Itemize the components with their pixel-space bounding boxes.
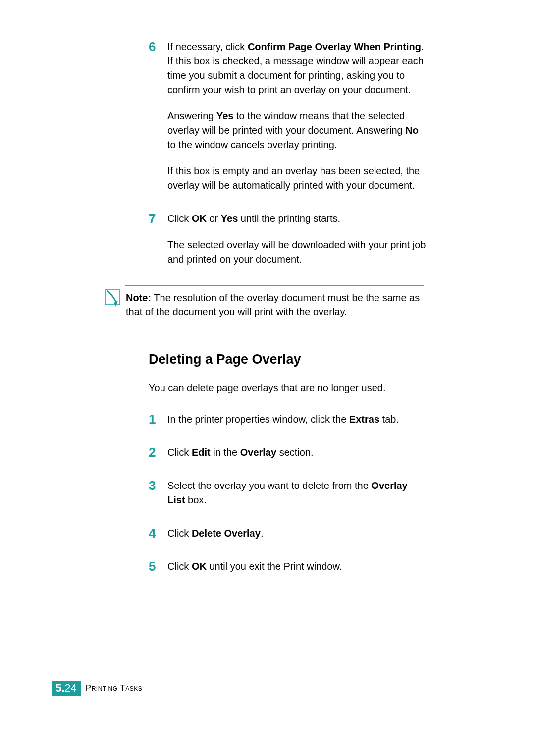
page-footer: 5.24 Printing Tasks: [52, 681, 142, 696]
note-icon: [102, 287, 126, 311]
step-number: 2: [149, 445, 163, 460]
step-number: 4: [149, 526, 163, 540]
step-body: Click Delete Overlay.: [167, 526, 426, 540]
step-number: 6: [149, 40, 163, 54]
numbered-step: 1In the printer properties window, click…: [149, 412, 426, 427]
note-body: The resolution of the overlay document m…: [126, 292, 420, 317]
paragraph: Answering Yes to the window means that t…: [167, 109, 426, 152]
step-number: 3: [149, 479, 163, 493]
step-number: 5: [149, 559, 163, 574]
note-text: Note: The resolution of the overlay docu…: [126, 291, 424, 319]
paragraph: Click OK until you exit the Print window…: [167, 559, 426, 574]
step-body: Select the overlay you want to delete fr…: [167, 479, 426, 507]
page-number-badge: 5.24: [52, 681, 81, 696]
numbered-step: 5Click OK until you exit the Print windo…: [149, 559, 426, 574]
paragraph: If necessary, click Confirm Page Overlay…: [167, 40, 426, 97]
page: 6If necessary, click Confirm Page Overla…: [0, 0, 535, 756]
section-intro: You can delete page overlays that are no…: [149, 381, 426, 395]
step-body: In the printer properties window, click …: [167, 412, 426, 427]
footer-title: Printing Tasks: [86, 683, 143, 693]
numbered-step: 6If necessary, click Confirm Page Overla…: [149, 40, 426, 193]
content-column: 6If necessary, click Confirm Page Overla…: [149, 40, 426, 574]
numbered-step: 4Click Delete Overlay.: [149, 526, 426, 540]
numbered-step: 2Click Edit in the Overlay section.: [149, 445, 426, 460]
step-body: If necessary, click Confirm Page Overlay…: [167, 40, 426, 193]
paragraph: Click Edit in the Overlay section.: [167, 445, 426, 460]
step-body: Click Edit in the Overlay section.: [167, 445, 426, 460]
step-body: Click OK until you exit the Print window…: [167, 559, 426, 574]
paragraph: Select the overlay you want to delete fr…: [167, 479, 426, 507]
step-number: 7: [149, 212, 163, 226]
paragraph: Click Delete Overlay.: [167, 526, 426, 540]
numbered-step: 3Select the overlay you want to delete f…: [149, 479, 426, 507]
note-block: Note: The resolution of the overlay docu…: [125, 285, 424, 324]
section-heading: Deleting a Page Overlay: [149, 352, 426, 367]
step-number: 1: [149, 412, 163, 427]
paragraph: In the printer properties window, click …: [167, 412, 426, 427]
numbered-step: 7Click OK or Yes until the printing star…: [149, 212, 426, 267]
paragraph: Click OK or Yes until the printing start…: [167, 212, 426, 226]
paragraph: If this box is empty and an overlay has …: [167, 164, 426, 193]
paragraph: The selected overlay will be downloaded …: [167, 238, 426, 267]
note-label: Note:: [126, 292, 151, 303]
step-body: Click OK or Yes until the printing start…: [167, 212, 426, 267]
